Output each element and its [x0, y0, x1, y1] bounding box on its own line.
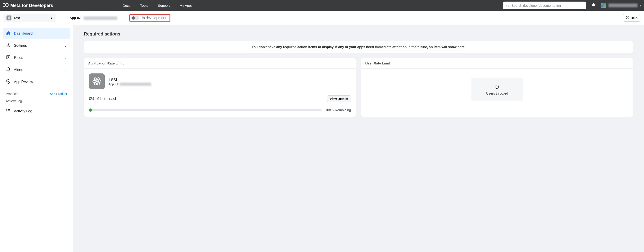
- chevron-down-icon: ▾: [640, 4, 641, 7]
- sidebar-item-label: Dashboard: [14, 32, 33, 36]
- users-throttled-label: Users throttled: [474, 91, 520, 95]
- card-title: Application Rate Limit: [84, 58, 356, 68]
- sidebar-item-settings[interactable]: Settings ⌄: [3, 40, 70, 51]
- gear-icon: [6, 43, 11, 49]
- users-throttled-count: 0: [474, 83, 520, 90]
- svg-point-17: [96, 80, 98, 82]
- meta-infinity-icon: [3, 2, 8, 9]
- sidebar-item-label: Roles: [14, 56, 23, 60]
- card-app-rate-limit: Application Rate Limit Test App ID:: [84, 58, 356, 117]
- limit-progress-dot: [89, 108, 92, 112]
- users-throttled-box: 0 Users throttled: [471, 78, 523, 101]
- remaining-text: 100% Remaining: [325, 108, 351, 112]
- sidebar-item-activity-log[interactable]: Activity Log: [3, 105, 70, 117]
- username-redacted: [608, 4, 638, 7]
- app-selector-name: Test: [14, 16, 48, 20]
- svg-point-10: [8, 56, 9, 58]
- search-input[interactable]: [512, 4, 583, 8]
- app-id-redacted: [120, 83, 151, 86]
- sidebar: Dashboard Settings ⌄ Roles ⌄ Alerts ⌄: [0, 25, 73, 252]
- nav-tools[interactable]: Tools: [140, 4, 148, 8]
- svg-point-8: [8, 45, 9, 46]
- svg-point-7: [628, 18, 628, 19]
- activity-log-heading: Activity Log: [6, 99, 22, 103]
- brand[interactable]: Meta for Developers: [3, 2, 53, 9]
- help-button-label: Help: [631, 16, 638, 20]
- app-selector[interactable]: Test ▾: [4, 14, 55, 22]
- help-icon: [626, 16, 630, 20]
- brand-text: Meta for Developers: [10, 3, 53, 8]
- nav-support[interactable]: Support: [158, 4, 170, 8]
- dev-mode-label: In development: [142, 16, 166, 20]
- required-actions-title: Required actions: [84, 32, 633, 37]
- chevron-down-icon: ⌄: [64, 56, 67, 60]
- avatar: [601, 3, 606, 8]
- dev-mode-toggle[interactable]: [132, 16, 139, 20]
- app-icon: [89, 73, 105, 89]
- add-product-link[interactable]: Add Product: [50, 92, 67, 96]
- sidebar-section-activity: Activity Log: [2, 97, 71, 105]
- sidebar-item-label: App Review: [14, 80, 33, 84]
- limit-progress-bar: [89, 109, 322, 111]
- app-row: Test App ID:: [89, 73, 351, 89]
- products-heading: Products: [6, 92, 18, 96]
- help-button[interactable]: Help: [623, 14, 640, 22]
- home-icon: [6, 31, 11, 36]
- sidebar-item-app-review[interactable]: App Review ⌄: [3, 76, 70, 88]
- sidebar-item-dashboard[interactable]: Dashboard: [3, 28, 70, 39]
- limit-used-text: 0% of limit used: [89, 97, 116, 101]
- main-layout: Dashboard Settings ⌄ Roles ⌄ Alerts ⌄: [0, 25, 644, 252]
- app-id-block: App ID:: [62, 16, 117, 20]
- nav-myapps[interactable]: My Apps: [180, 4, 192, 8]
- limit-bar-row: 100% Remaining: [89, 108, 351, 112]
- user-menu[interactable]: ▾: [601, 3, 641, 8]
- view-details-button[interactable]: View Details: [327, 95, 351, 102]
- svg-rect-9: [7, 55, 10, 59]
- content: Required actions You don't have any requ…: [73, 25, 644, 252]
- svg-point-0: [506, 4, 508, 6]
- app-id-redacted: [84, 16, 117, 20]
- chevron-down-icon: ⌄: [64, 80, 67, 84]
- sidebar-item-alerts[interactable]: Alerts ⌄: [3, 64, 70, 75]
- dev-mode-highlight: In development: [130, 14, 170, 22]
- topnav-right: ▾: [503, 2, 641, 9]
- search-icon: [506, 3, 509, 8]
- app-name: Test: [108, 77, 151, 82]
- nav-docs[interactable]: Docs: [123, 4, 130, 8]
- roles-icon: [6, 55, 11, 61]
- svg-point-2: [9, 18, 10, 18]
- shield-check-icon: [6, 79, 11, 85]
- limit-row: 0% of limit used View Details: [89, 95, 351, 102]
- required-actions-empty: You don't have any required action items…: [84, 41, 633, 53]
- sidebar-item-label: Alerts: [14, 68, 23, 72]
- sidebar-item-label: Activity Log: [14, 109, 32, 113]
- notifications-icon[interactable]: [591, 3, 596, 8]
- search-box[interactable]: [503, 2, 586, 9]
- app-icon: [6, 16, 12, 21]
- app-id-label: App ID:: [108, 82, 119, 86]
- svg-line-1: [508, 6, 509, 7]
- chevron-down-icon: ▾: [51, 16, 52, 20]
- svg-point-11: [6, 109, 7, 110]
- svg-point-15: [6, 112, 7, 112]
- nav-links: Docs Tools Support My Apps: [123, 4, 192, 8]
- app-subheader: Test ▾ App ID: In development Help: [0, 11, 644, 25]
- list-icon: [6, 108, 11, 114]
- app-id-label: App ID:: [70, 16, 82, 20]
- chevron-down-icon: ⌄: [64, 68, 67, 72]
- sidebar-item-roles[interactable]: Roles ⌄: [3, 52, 70, 63]
- card-user-rate-limit: User Rate Limit 0 Users throttled: [361, 58, 633, 117]
- sidebar-section-products: Products Add Product: [2, 88, 71, 97]
- sidebar-item-label: Settings: [14, 44, 27, 48]
- chevron-down-icon: ⌄: [64, 44, 67, 48]
- card-title: User Rate Limit: [361, 58, 633, 68]
- bell-icon: [6, 67, 11, 73]
- cards-grid: Application Rate Limit Test App ID:: [84, 58, 633, 117]
- svg-point-13: [6, 110, 7, 111]
- top-nav: Meta for Developers Docs Tools Support M…: [0, 0, 644, 11]
